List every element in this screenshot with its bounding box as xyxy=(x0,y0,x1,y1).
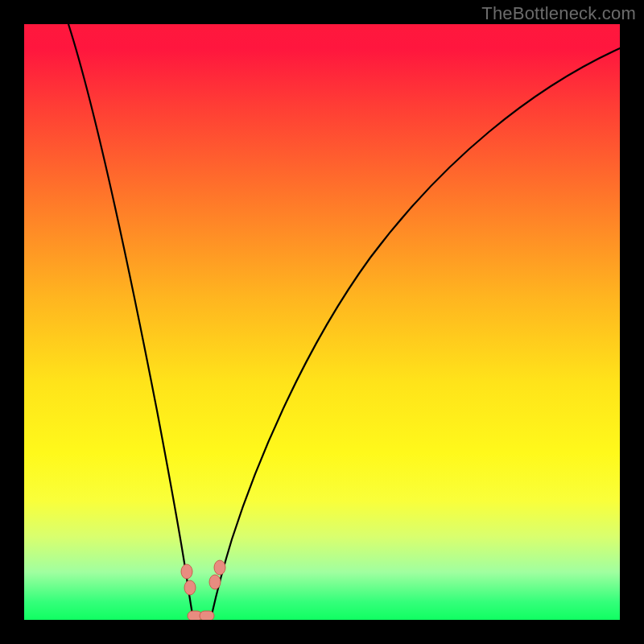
curve-layer xyxy=(24,24,620,620)
marker-left-lower xyxy=(184,580,196,595)
watermark-text: TheBottleneck.com xyxy=(481,3,636,24)
marker-left-upper xyxy=(181,564,192,579)
left-branch xyxy=(68,24,193,618)
right-branch xyxy=(211,48,620,618)
marker-right-upper xyxy=(214,560,225,575)
marker-flat-right xyxy=(200,611,214,620)
marker-right-lower xyxy=(209,575,221,589)
chart-frame: TheBottleneck.com xyxy=(0,0,644,644)
plot-area xyxy=(24,24,620,620)
